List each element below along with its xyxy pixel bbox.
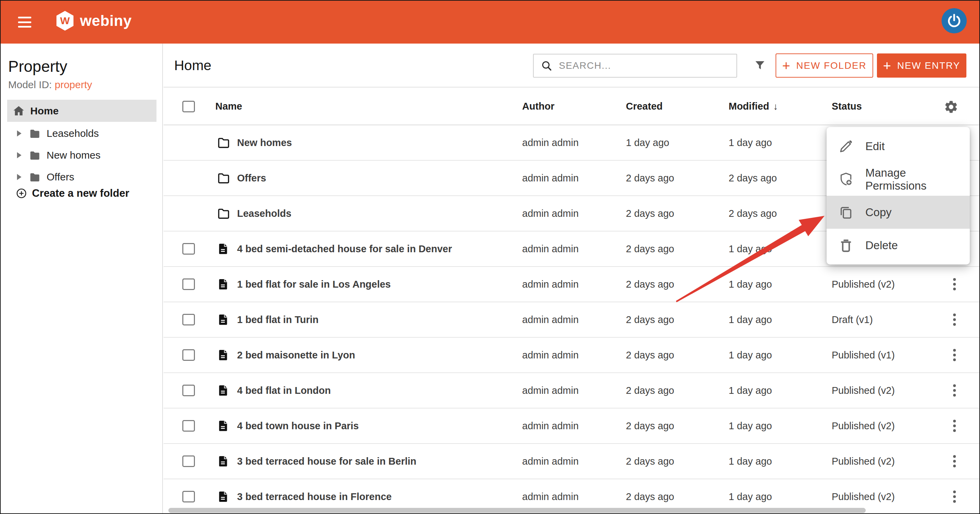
row-name[interactable]: 4 bed town house in Paris xyxy=(237,409,359,443)
row-author: admin admin xyxy=(522,409,579,443)
row-name[interactable]: 3 bed terraced house for sale in Berlin xyxy=(237,444,416,479)
column-header-author[interactable]: Author xyxy=(522,88,554,125)
column-header-created[interactable]: Created xyxy=(626,88,663,125)
row-options-kebab-icon[interactable] xyxy=(948,479,961,514)
row-checkbox[interactable] xyxy=(182,455,195,467)
model-id: Model ID: property xyxy=(8,79,92,91)
table-row[interactable]: 2 bed maisonette in Lyon admin admin 2 d… xyxy=(164,338,980,373)
select-all-checkbox[interactable] xyxy=(182,101,195,112)
context-menu-item-copy[interactable]: Copy xyxy=(827,196,970,229)
row-author: admin admin xyxy=(522,161,579,195)
row-options-kebab-icon[interactable] xyxy=(948,444,961,479)
row-checkbox[interactable] xyxy=(182,278,195,290)
row-author: admin admin xyxy=(522,338,579,372)
sidebar-item-offers[interactable]: Offers xyxy=(0,166,163,188)
search-box xyxy=(533,54,737,78)
row-author: admin admin xyxy=(522,444,579,479)
home-icon xyxy=(12,104,25,118)
row-name[interactable]: 4 bed semi-detached house for sale in De… xyxy=(237,231,452,266)
column-header-status[interactable]: Status xyxy=(832,88,862,125)
row-checkbox[interactable] xyxy=(182,314,195,326)
new-entry-button[interactable]: + NEW ENTRY xyxy=(877,53,966,78)
row-name[interactable]: 1 bed flat in Turin xyxy=(237,302,319,337)
funnel-icon xyxy=(753,58,767,73)
row-name[interactable]: 4 bed flat in London xyxy=(237,373,331,408)
row-name[interactable]: 1 bed flat for sale in Los Angeles xyxy=(237,267,391,302)
svg-text:W: W xyxy=(60,15,70,26)
row-options-kebab-icon[interactable] xyxy=(948,373,961,408)
context-menu-item-label: Delete xyxy=(865,239,898,252)
sort-descending-icon: ↓ xyxy=(773,101,778,112)
row-name[interactable]: 2 bed maisonette in Lyon xyxy=(237,338,355,372)
row-created: 2 days ago xyxy=(626,338,674,372)
row-status: Published (v1) xyxy=(832,338,895,372)
row-checkbox[interactable] xyxy=(182,349,195,361)
search-icon xyxy=(541,59,553,72)
column-header-name[interactable]: Name xyxy=(215,88,242,125)
row-author: admin admin xyxy=(522,302,579,337)
expand-caret-icon[interactable] xyxy=(17,130,21,137)
table-row[interactable]: 4 bed town house in Paris admin admin 2 … xyxy=(164,409,980,444)
folder-icon xyxy=(27,127,42,140)
context-menu-item-label: Copy xyxy=(865,206,892,219)
user-avatar[interactable] xyxy=(942,8,967,34)
webiny-logo: W webiny xyxy=(56,11,132,31)
row-author: admin admin xyxy=(522,267,579,302)
document-icon xyxy=(217,241,230,257)
context-menu-item-delete[interactable]: Delete xyxy=(827,229,970,262)
document-icon xyxy=(217,312,230,327)
edit-pencil-icon xyxy=(838,139,854,154)
row-options-kebab-icon[interactable] xyxy=(948,338,961,372)
row-modified: 1 day ago xyxy=(729,409,772,443)
row-checkbox[interactable] xyxy=(182,420,195,432)
table-settings-gear-icon[interactable] xyxy=(943,99,959,114)
row-author: admin admin xyxy=(522,125,579,160)
filter-button[interactable] xyxy=(751,56,768,75)
title-toolbar: Home + NEW FOLDER + NEW ENTRY xyxy=(164,43,980,88)
row-created: 2 days ago xyxy=(626,444,674,479)
horizontal-scrollbar[interactable] xyxy=(169,508,866,513)
row-name[interactable]: Leaseholds xyxy=(237,196,291,231)
menu-hamburger-icon[interactable] xyxy=(18,17,31,27)
model-id-value: property xyxy=(55,79,92,90)
context-menu-item-label: Manage Permissions xyxy=(865,166,970,192)
row-checkbox[interactable] xyxy=(182,385,195,396)
context-menu-item-manage-permissions[interactable]: Manage Permissions xyxy=(827,163,970,196)
row-modified: 1 day ago xyxy=(729,373,772,408)
column-header-modified[interactable]: Modified ↓ xyxy=(729,88,778,125)
sidebar-item-home[interactable]: Home xyxy=(7,100,156,122)
row-author: admin admin xyxy=(522,373,579,408)
sidebar-item-leaseholds[interactable]: Leaseholds xyxy=(0,123,163,144)
model-id-label: Model ID: xyxy=(8,79,52,90)
expand-caret-icon[interactable] xyxy=(17,174,21,180)
row-checkbox[interactable] xyxy=(182,491,195,503)
webiny-hexagon-icon: W xyxy=(56,11,74,31)
sidebar-item-new-homes[interactable]: New homes xyxy=(0,144,163,166)
table-row[interactable]: 1 bed flat in Turin admin admin 2 days a… xyxy=(164,302,980,338)
row-name[interactable]: New homes xyxy=(237,125,292,160)
expand-caret-icon[interactable] xyxy=(17,152,21,158)
plus-icon: + xyxy=(782,59,791,72)
row-modified: 1 day ago xyxy=(729,444,772,479)
new-folder-button[interactable]: + NEW FOLDER xyxy=(776,53,873,78)
folder-icon xyxy=(27,149,42,161)
table-row[interactable]: 3 bed terraced house for sale in Berlin … xyxy=(164,444,980,479)
row-checkbox[interactable] xyxy=(182,243,195,255)
shield-plus-icon xyxy=(838,172,854,187)
row-options-kebab-icon[interactable] xyxy=(948,267,961,302)
row-options-kebab-icon[interactable] xyxy=(948,302,961,337)
document-icon xyxy=(217,383,230,398)
create-folder-button[interactable]: Create a new folder xyxy=(16,187,129,200)
table-row[interactable]: 4 bed flat in London admin admin 2 days … xyxy=(164,373,980,409)
folder-icon xyxy=(27,171,42,183)
table-row[interactable]: 1 bed flat for sale in Los Angeles admin… xyxy=(164,267,980,302)
power-icon xyxy=(946,13,962,29)
folder-icon xyxy=(216,171,231,185)
row-name[interactable]: Offers xyxy=(237,161,266,195)
row-created: 2 days ago xyxy=(626,302,674,337)
context-menu-item-edit[interactable]: Edit xyxy=(827,130,970,163)
row-options-kebab-icon[interactable] xyxy=(948,409,961,443)
content-area: Home + NEW FOLDER + NEW ENTRY Name Autho… xyxy=(164,43,980,514)
search-input[interactable] xyxy=(559,60,733,71)
row-status: Published (v2) xyxy=(832,444,895,479)
